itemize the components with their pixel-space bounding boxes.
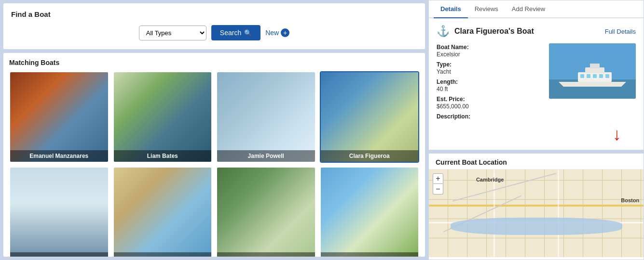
boat-owner-4: Clara Figueroa — [321, 150, 419, 162]
boat-owner-2: Liam Bates — [114, 150, 212, 162]
tab-details[interactable]: Details — [434, 0, 468, 18]
field-length: Length: 40 ft — [437, 78, 541, 92]
tab-reviews[interactable]: Reviews — [468, 0, 505, 18]
boat-image-5 — [10, 168, 108, 257]
boat-photo-svg — [549, 43, 636, 99]
new-button[interactable]: New + — [265, 28, 289, 37]
boat-owner-3: Jamie Powell — [217, 150, 315, 162]
boat-card-7[interactable] — [216, 167, 316, 257]
boat-image-1 — [10, 72, 108, 162]
boat-card-5[interactable] — [9, 167, 109, 257]
details-box: Details Reviews Add Review ⚓ Clara Figue… — [428, 0, 644, 150]
map-title: Current Boat Location — [429, 154, 644, 169]
boat-owner-6 — [114, 252, 212, 257]
type-label: Type: — [437, 61, 452, 68]
map-box: Current Boat Location Cambridge Boston +… — [428, 153, 644, 260]
est-price-label: Est. Price: — [437, 96, 465, 103]
map-road-v1 — [493, 169, 495, 257]
detail-content: ⚓ Clara Figueroa's Boat Full Details Boa… — [429, 18, 644, 150]
boat-image-8 — [321, 168, 419, 257]
svg-rect-9 — [599, 74, 603, 78]
search-button[interactable]: Search 🔍 — [211, 25, 260, 40]
svg-rect-7 — [587, 74, 590, 78]
boat-name-label: Boat Name: — [437, 44, 469, 51]
map-label-boston: Boston — [621, 197, 639, 203]
matching-title: Matching Boats — [9, 59, 419, 66]
boats-grid: Emanuel Manzanares Liam Bates Jamie Powe… — [9, 71, 419, 257]
map-road-h1 — [429, 205, 644, 207]
full-details-link[interactable]: Full Details — [605, 28, 636, 35]
boat-image-2 — [114, 72, 212, 162]
zoom-out-button[interactable]: − — [433, 184, 443, 195]
length-label: Length: — [437, 78, 458, 85]
boat-card-3[interactable]: Jamie Powell — [216, 71, 316, 163]
map-label-cambridge: Cambridge — [476, 177, 504, 182]
right-panel: Details Reviews Add Review ⚓ Clara Figue… — [428, 0, 644, 260]
field-est-price: Est. Price: $655,000.00 — [437, 95, 541, 110]
map-water — [451, 218, 622, 235]
down-arrow-icon: ↓ — [613, 126, 621, 143]
boat-image-6 — [114, 168, 212, 257]
tab-add-review[interactable]: Add Review — [505, 0, 552, 18]
boat-owner-7 — [217, 252, 315, 257]
svg-rect-8 — [593, 74, 597, 78]
arrow-container: ↓ — [437, 126, 636, 143]
boat-card-2[interactable]: Liam Bates — [113, 71, 213, 163]
map-road-v2 — [558, 169, 559, 257]
new-button-label: New — [265, 29, 279, 37]
boat-card-1[interactable]: Emanuel Manzanares — [9, 71, 109, 163]
anchor-icon: ⚓ — [437, 25, 450, 38]
detail-fields: Boat Name: Excelsior Type: Yacht Length:… — [437, 43, 541, 123]
tabs-row: Details Reviews Add Review — [429, 0, 644, 18]
field-type: Type: Yacht — [437, 61, 541, 75]
boat-header: ⚓ Clara Figueroa's Boat Full Details — [437, 25, 636, 38]
boat-owner-1: Emanuel Manzanares — [10, 150, 108, 162]
svg-rect-5 — [590, 64, 600, 68]
svg-rect-10 — [605, 74, 609, 78]
boat-owner-name: Clara Figueroa's Boat — [454, 27, 534, 36]
boat-card-6[interactable] — [113, 167, 213, 257]
search-icon: 🔍 — [244, 29, 252, 37]
left-panel: Find a Boat All Types Yacht Sailboat Mot… — [0, 0, 428, 260]
boat-image-7 — [217, 168, 315, 257]
boat-photo — [549, 43, 636, 99]
type-select[interactable]: All Types Yacht Sailboat Motorboat Speed… — [139, 26, 206, 40]
zoom-in-button[interactable]: + — [433, 173, 443, 184]
svg-rect-6 — [580, 74, 584, 78]
field-description: Description: — [437, 113, 541, 120]
boat-name-value: Excelsior — [437, 51, 460, 58]
boat-owner-5 — [10, 252, 108, 257]
map-zoom-controls: + − — [433, 173, 443, 195]
est-price-value: $655,000.00 — [437, 103, 469, 110]
length-value: 40 ft — [437, 86, 448, 92]
map-background — [429, 169, 644, 257]
boat-card-4[interactable]: Clara Figueroa — [320, 71, 420, 163]
boat-image-3 — [217, 72, 315, 162]
boat-image-4 — [321, 72, 419, 162]
find-boat-box: Find a Boat All Types Yacht Sailboat Mot… — [3, 3, 425, 50]
svg-marker-2 — [559, 82, 626, 87]
map-area: Cambridge Boston + − — [429, 169, 644, 257]
boat-card-8[interactable] — [320, 167, 420, 257]
new-plus-icon: + — [281, 28, 289, 37]
description-label: Description: — [437, 113, 470, 120]
find-boat-title: Find a Boat — [11, 10, 417, 18]
detail-body: Boat Name: Excelsior Type: Yacht Length:… — [437, 43, 636, 123]
boat-header-left: ⚓ Clara Figueroa's Boat — [437, 25, 534, 38]
boat-owner-8 — [321, 252, 419, 257]
search-row: All Types Yacht Sailboat Motorboat Speed… — [11, 25, 417, 40]
field-boat-name: Boat Name: Excelsior — [437, 43, 541, 58]
type-value: Yacht — [437, 68, 451, 75]
matching-box: Matching Boats Emanuel Manzanares Liam B… — [3, 52, 425, 257]
search-button-label: Search — [220, 29, 241, 37]
